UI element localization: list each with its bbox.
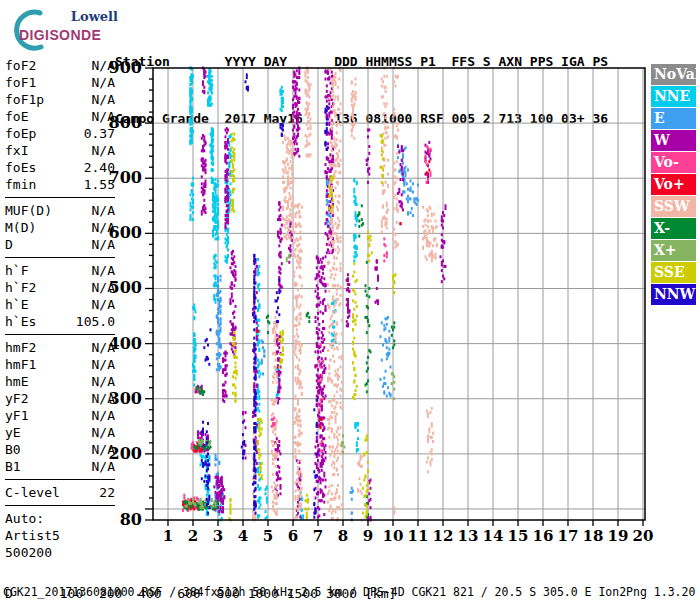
x-tick-label: 7 — [313, 527, 323, 545]
y-tick-label: 700 — [109, 168, 142, 187]
x-tick-label: 9 — [363, 527, 373, 545]
plot-border — [153, 68, 645, 520]
y-tick-label: 900 — [109, 58, 142, 77]
echo-dots — [182, 67, 447, 522]
y-tick-label: 300 — [109, 389, 142, 408]
legend-item-w: W — [651, 130, 696, 151]
legend-item-noval: NoVal — [651, 64, 696, 85]
x-tick-label: 3 — [213, 527, 223, 545]
legend-item-vo: Vo+ — [651, 174, 696, 195]
file-info-footer: CGK21_2017136081000.RSF / 384fx512h 50 k… — [3, 585, 695, 599]
legend-item-vo: Vo- — [651, 152, 696, 173]
x-tick-label: 4 — [238, 527, 248, 545]
x-tick-label: 10 — [383, 527, 404, 545]
x-tick-label: 13 — [458, 527, 479, 545]
legend-item-ssw: SSW — [651, 196, 696, 217]
x-tick-label: 5 — [263, 527, 273, 545]
x-tick-label: 11 — [408, 527, 429, 545]
ionogram-plot: 9008007006005004003002008012345678910111… — [0, 0, 700, 600]
x-tick-label: 8 — [338, 527, 348, 545]
x-tick-label: 1 — [163, 527, 173, 545]
x-tick-label: 17 — [558, 527, 579, 545]
x-tick-label: 16 — [533, 527, 554, 545]
y-tick-label: 80 — [120, 510, 142, 529]
y-tick-label: 200 — [109, 444, 142, 463]
legend-item-x: X- — [651, 218, 696, 239]
legend-item-nne: NNE — [651, 86, 696, 107]
x-tick-label: 6 — [288, 527, 298, 545]
x-tick-label: 19 — [608, 527, 629, 545]
legend-item-x: X+ — [651, 240, 696, 261]
y-tick-label: 600 — [109, 223, 142, 242]
legend-item-e: E — [651, 108, 696, 129]
x-tick-label: 2 — [188, 527, 198, 545]
y-tick-label: 500 — [109, 278, 142, 297]
x-tick-label: 15 — [508, 527, 529, 545]
y-tick-label: 400 — [109, 334, 142, 353]
legend-item-sse: SSE — [651, 262, 696, 283]
direction-color-legend: NoValNNEEWVo-Vo+SSWX-X+SSENNW — [651, 64, 696, 306]
x-tick-label: 12 — [433, 527, 454, 545]
y-tick-label: 800 — [109, 113, 142, 132]
x-tick-label: 18 — [583, 527, 604, 545]
x-tick-label: 14 — [483, 527, 504, 545]
x-tick-label: 20 — [633, 527, 654, 545]
legend-item-nnw: NNW — [651, 284, 696, 305]
